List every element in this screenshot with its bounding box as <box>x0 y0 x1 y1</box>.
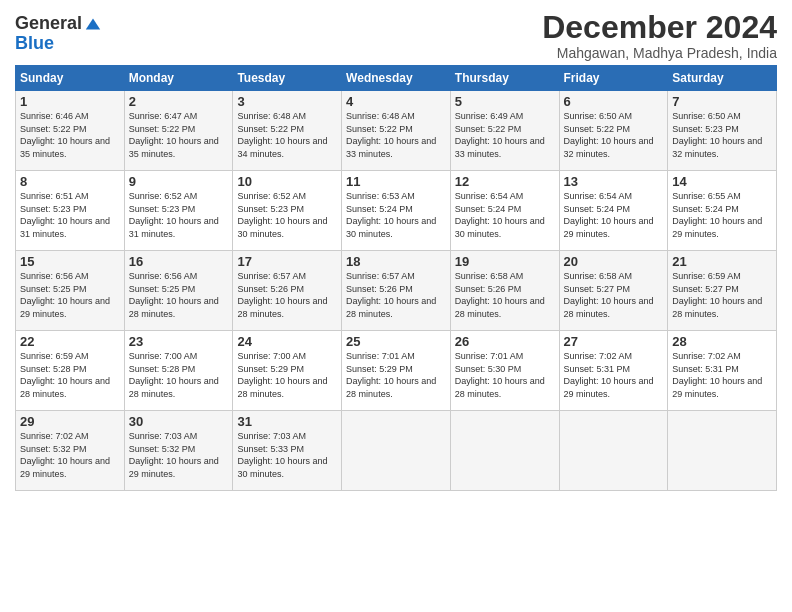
table-row: 9Sunrise: 6:52 AMSunset: 5:23 PMDaylight… <box>124 171 233 251</box>
table-row: 15Sunrise: 6:56 AMSunset: 5:25 PMDayligh… <box>16 251 125 331</box>
day-info: Sunrise: 7:01 AMSunset: 5:29 PMDaylight:… <box>346 350 446 400</box>
day-info: Sunrise: 7:03 AMSunset: 5:32 PMDaylight:… <box>129 430 229 480</box>
day-number: 5 <box>455 94 555 109</box>
location: Mahgawan, Madhya Pradesh, India <box>542 45 777 61</box>
table-row: 24Sunrise: 7:00 AMSunset: 5:29 PMDayligh… <box>233 331 342 411</box>
day-info: Sunrise: 6:57 AMSunset: 5:26 PMDaylight:… <box>237 270 337 320</box>
day-info: Sunrise: 6:58 AMSunset: 5:26 PMDaylight:… <box>455 270 555 320</box>
day-number: 22 <box>20 334 120 349</box>
day-info: Sunrise: 6:59 AMSunset: 5:28 PMDaylight:… <box>20 350 120 400</box>
day-number: 16 <box>129 254 229 269</box>
logo-text-line2: Blue <box>15 33 54 53</box>
table-row: 17Sunrise: 6:57 AMSunset: 5:26 PMDayligh… <box>233 251 342 331</box>
day-number: 11 <box>346 174 446 189</box>
calendar-week-1: 1Sunrise: 6:46 AMSunset: 5:22 PMDaylight… <box>16 91 777 171</box>
day-info: Sunrise: 6:55 AMSunset: 5:24 PMDaylight:… <box>672 190 772 240</box>
day-info: Sunrise: 6:57 AMSunset: 5:26 PMDaylight:… <box>346 270 446 320</box>
day-number: 25 <box>346 334 446 349</box>
logo-icon <box>84 15 102 33</box>
title-block: December 2024 Mahgawan, Madhya Pradesh, … <box>542 10 777 61</box>
day-number: 29 <box>20 414 120 429</box>
col-wednesday: Wednesday <box>342 66 451 91</box>
svg-marker-0 <box>86 18 100 29</box>
day-info: Sunrise: 6:54 AMSunset: 5:24 PMDaylight:… <box>564 190 664 240</box>
logo-text-line1: General <box>15 14 82 34</box>
day-number: 20 <box>564 254 664 269</box>
day-info: Sunrise: 6:46 AMSunset: 5:22 PMDaylight:… <box>20 110 120 160</box>
table-row: 26Sunrise: 7:01 AMSunset: 5:30 PMDayligh… <box>450 331 559 411</box>
table-row: 18Sunrise: 6:57 AMSunset: 5:26 PMDayligh… <box>342 251 451 331</box>
day-number: 14 <box>672 174 772 189</box>
table-row: 5Sunrise: 6:49 AMSunset: 5:22 PMDaylight… <box>450 91 559 171</box>
table-row: 23Sunrise: 7:00 AMSunset: 5:28 PMDayligh… <box>124 331 233 411</box>
table-row: 25Sunrise: 7:01 AMSunset: 5:29 PMDayligh… <box>342 331 451 411</box>
col-tuesday: Tuesday <box>233 66 342 91</box>
day-number: 18 <box>346 254 446 269</box>
table-row: 7Sunrise: 6:50 AMSunset: 5:23 PMDaylight… <box>668 91 777 171</box>
table-row: 29Sunrise: 7:02 AMSunset: 5:32 PMDayligh… <box>16 411 125 491</box>
day-number: 15 <box>20 254 120 269</box>
day-number: 13 <box>564 174 664 189</box>
day-info: Sunrise: 6:51 AMSunset: 5:23 PMDaylight:… <box>20 190 120 240</box>
day-number: 24 <box>237 334 337 349</box>
col-monday: Monday <box>124 66 233 91</box>
table-row <box>342 411 451 491</box>
table-row: 2Sunrise: 6:47 AMSunset: 5:22 PMDaylight… <box>124 91 233 171</box>
header: General Blue December 2024 Mahgawan, Mad… <box>15 10 777 61</box>
day-info: Sunrise: 7:01 AMSunset: 5:30 PMDaylight:… <box>455 350 555 400</box>
day-info: Sunrise: 7:03 AMSunset: 5:33 PMDaylight:… <box>237 430 337 480</box>
table-row: 19Sunrise: 6:58 AMSunset: 5:26 PMDayligh… <box>450 251 559 331</box>
day-number: 2 <box>129 94 229 109</box>
day-info: Sunrise: 6:52 AMSunset: 5:23 PMDaylight:… <box>129 190 229 240</box>
col-sunday: Sunday <box>16 66 125 91</box>
calendar-week-4: 22Sunrise: 6:59 AMSunset: 5:28 PMDayligh… <box>16 331 777 411</box>
table-row: 20Sunrise: 6:58 AMSunset: 5:27 PMDayligh… <box>559 251 668 331</box>
day-info: Sunrise: 6:50 AMSunset: 5:23 PMDaylight:… <box>672 110 772 160</box>
day-number: 28 <box>672 334 772 349</box>
day-info: Sunrise: 6:50 AMSunset: 5:22 PMDaylight:… <box>564 110 664 160</box>
table-row: 30Sunrise: 7:03 AMSunset: 5:32 PMDayligh… <box>124 411 233 491</box>
day-info: Sunrise: 6:52 AMSunset: 5:23 PMDaylight:… <box>237 190 337 240</box>
day-info: Sunrise: 6:59 AMSunset: 5:27 PMDaylight:… <box>672 270 772 320</box>
col-saturday: Saturday <box>668 66 777 91</box>
day-number: 9 <box>129 174 229 189</box>
day-info: Sunrise: 7:00 AMSunset: 5:28 PMDaylight:… <box>129 350 229 400</box>
day-info: Sunrise: 6:56 AMSunset: 5:25 PMDaylight:… <box>20 270 120 320</box>
day-info: Sunrise: 6:58 AMSunset: 5:27 PMDaylight:… <box>564 270 664 320</box>
day-info: Sunrise: 6:48 AMSunset: 5:22 PMDaylight:… <box>346 110 446 160</box>
day-number: 21 <box>672 254 772 269</box>
day-info: Sunrise: 6:56 AMSunset: 5:25 PMDaylight:… <box>129 270 229 320</box>
table-row <box>559 411 668 491</box>
day-number: 17 <box>237 254 337 269</box>
day-number: 26 <box>455 334 555 349</box>
table-row: 13Sunrise: 6:54 AMSunset: 5:24 PMDayligh… <box>559 171 668 251</box>
day-info: Sunrise: 7:02 AMSunset: 5:31 PMDaylight:… <box>564 350 664 400</box>
day-number: 10 <box>237 174 337 189</box>
day-info: Sunrise: 6:49 AMSunset: 5:22 PMDaylight:… <box>455 110 555 160</box>
day-number: 6 <box>564 94 664 109</box>
calendar-week-2: 8Sunrise: 6:51 AMSunset: 5:23 PMDaylight… <box>16 171 777 251</box>
day-number: 19 <box>455 254 555 269</box>
day-number: 7 <box>672 94 772 109</box>
day-number: 4 <box>346 94 446 109</box>
day-info: Sunrise: 6:48 AMSunset: 5:22 PMDaylight:… <box>237 110 337 160</box>
day-number: 1 <box>20 94 120 109</box>
day-number: 23 <box>129 334 229 349</box>
day-info: Sunrise: 7:00 AMSunset: 5:29 PMDaylight:… <box>237 350 337 400</box>
day-number: 12 <box>455 174 555 189</box>
day-info: Sunrise: 7:02 AMSunset: 5:31 PMDaylight:… <box>672 350 772 400</box>
page-container: General Blue December 2024 Mahgawan, Mad… <box>0 0 792 501</box>
table-row: 8Sunrise: 6:51 AMSunset: 5:23 PMDaylight… <box>16 171 125 251</box>
table-row: 14Sunrise: 6:55 AMSunset: 5:24 PMDayligh… <box>668 171 777 251</box>
table-row: 22Sunrise: 6:59 AMSunset: 5:28 PMDayligh… <box>16 331 125 411</box>
col-friday: Friday <box>559 66 668 91</box>
table-row: 4Sunrise: 6:48 AMSunset: 5:22 PMDaylight… <box>342 91 451 171</box>
table-row: 27Sunrise: 7:02 AMSunset: 5:31 PMDayligh… <box>559 331 668 411</box>
col-thursday: Thursday <box>450 66 559 91</box>
table-row: 12Sunrise: 6:54 AMSunset: 5:24 PMDayligh… <box>450 171 559 251</box>
calendar-table: Sunday Monday Tuesday Wednesday Thursday… <box>15 65 777 491</box>
table-row: 16Sunrise: 6:56 AMSunset: 5:25 PMDayligh… <box>124 251 233 331</box>
table-row: 1Sunrise: 6:46 AMSunset: 5:22 PMDaylight… <box>16 91 125 171</box>
calendar-week-3: 15Sunrise: 6:56 AMSunset: 5:25 PMDayligh… <box>16 251 777 331</box>
table-row: 31Sunrise: 7:03 AMSunset: 5:33 PMDayligh… <box>233 411 342 491</box>
